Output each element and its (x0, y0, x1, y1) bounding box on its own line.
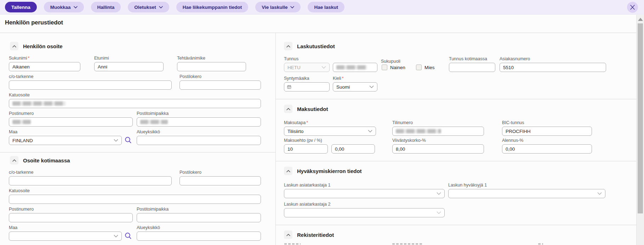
alennus-input[interactable] (502, 144, 592, 154)
sukunimi-input[interactable] (9, 62, 80, 71)
hyvaksyja-1-label: Laskun hyväksyjä 1 (448, 183, 487, 188)
section-header-registry: Rekisteritiedot (284, 230, 334, 239)
postitoimipaikka-label: Postitoimipaikka (137, 111, 169, 116)
home-katuosoite-input[interactable] (9, 195, 261, 204)
field-home-postilokero: Postilokero (179, 170, 261, 185)
toolbar: Tallenna Muokkaa Hallinta Oletukset Hae … (0, 0, 644, 15)
mies-label: Mies (424, 65, 435, 70)
field-home-postitoimipaikka: Postitoimipaikka (137, 207, 261, 222)
chevron-up-icon (286, 234, 290, 236)
maksuehto-pv-input[interactable] (284, 144, 328, 154)
field-maksuehto-pct (331, 138, 375, 154)
section-divider (276, 225, 636, 225)
home-alueyksikko-input[interactable] (137, 232, 261, 241)
home-maa-select[interactable] (9, 232, 122, 241)
sukupuoli-nainen-option: Nainen (382, 65, 405, 70)
etunimi-input[interactable] (94, 62, 164, 71)
sukupuoli-mies-option: Mies (416, 65, 435, 70)
postitoimipaikka-input[interactable] (137, 117, 261, 127)
redacted-value (12, 101, 65, 106)
nainen-label: Nainen (390, 65, 405, 70)
mies-checkbox[interactable] (416, 65, 422, 70)
asiakasnumero-input[interactable] (500, 63, 606, 72)
tehtavanimike-input[interactable] (177, 62, 246, 71)
oletukset-button[interactable]: Oletukset (128, 2, 169, 12)
tilinumero-input[interactable] (392, 127, 484, 136)
close-icon (630, 5, 635, 10)
asiakasnumero-label: Asiakasnumero (500, 56, 530, 61)
nainen-checkbox[interactable] (382, 65, 387, 70)
scrollbar-thumb[interactable] (638, 23, 643, 213)
section-title: Hyväksymiskierron tiedot (297, 168, 362, 174)
tunnus-kotimaassa-input[interactable] (449, 63, 495, 72)
hallinta-button[interactable]: Hallinta (91, 2, 121, 12)
clipped-field-label (538, 243, 543, 245)
postinumero-label: Postinumero (9, 111, 34, 116)
chevron-down-icon (114, 235, 118, 238)
alennus-label: Alennus-% (502, 138, 523, 143)
field-bic-tunnus: BIC-tunnus (502, 120, 592, 136)
field-maksuehto-pv: Maksuehto (pv / %) (284, 138, 328, 154)
postinumero-input[interactable] (9, 117, 133, 127)
collapse-button[interactable] (284, 167, 292, 175)
tallenna-button[interactable]: Tallenna (5, 2, 37, 12)
hyvaksyja-1-select[interactable] (448, 189, 605, 198)
field-etunimi: Etunimi (94, 56, 164, 71)
katuosoite-input[interactable] (9, 99, 261, 108)
oletukset-label: Oletukset (134, 5, 156, 10)
clipped-field-label (284, 243, 301, 245)
asiatarkastaja-1-select[interactable] (284, 189, 445, 198)
collapse-button[interactable] (284, 42, 292, 50)
syntymaaika-label: Syntymäaika (284, 76, 309, 81)
field-katuosoite: Katuosoite (9, 93, 261, 108)
vie-laskulle-button[interactable]: Vie laskulle (255, 2, 301, 12)
scrollbar[interactable] (636, 15, 644, 245)
maksutapa-select[interactable]: Tilisiirto (284, 127, 376, 136)
required-asterisk (341, 76, 344, 81)
viivastyskorko-input[interactable] (392, 144, 484, 154)
bic-tunnus-input[interactable] (502, 127, 592, 136)
syntymaaika-input[interactable] (284, 82, 330, 91)
scroll-up-icon[interactable] (638, 18, 643, 21)
close-button[interactable] (627, 2, 638, 13)
kieli-select[interactable]: Suomi (333, 82, 377, 91)
field-asiatarkastaja-1: Laskun asiatarkastaja 1 (284, 183, 445, 198)
alueyksikko-input[interactable] (137, 136, 261, 145)
redacted-value (396, 129, 441, 133)
tunnus-input[interactable] (333, 63, 377, 72)
hae-laskut-button[interactable]: Hae laskut (308, 2, 344, 12)
collapse-button[interactable] (10, 42, 18, 50)
home-co-tarkenne-input[interactable] (9, 176, 172, 185)
hae-liikekumppanin-tiedot-button[interactable]: Hae liikekumppanin tiedot (176, 2, 248, 12)
sukunimi-label: Sukunimi (9, 56, 27, 61)
postilokero-label: Postilokero (179, 74, 201, 79)
section-title: Rekisteritiedot (297, 232, 334, 238)
co-tarkenne-label: c/o-tarkenne (9, 170, 33, 175)
alueyksikko-label: Alueyksikkö (137, 129, 160, 134)
field-co-tarkenne: c/o-tarkenne (9, 74, 172, 90)
maksuehto-label: Maksuehto (pv / %) (284, 138, 322, 143)
section-divider (276, 99, 636, 99)
postilokero-input[interactable] (179, 80, 261, 90)
home-postitoimipaikka-input[interactable] (137, 213, 261, 222)
chevron-up-icon (286, 45, 290, 48)
katuosoite-label: Katuosoite (9, 188, 30, 193)
field-maa: Maa FINLAND (9, 129, 122, 145)
maksuehto-pct-input[interactable] (331, 144, 375, 154)
section-header-approval: Hyväksymiskierron tiedot (284, 167, 362, 175)
field-home-co-tarkenne: c/o-tarkenne (9, 170, 172, 185)
collapse-button[interactable] (10, 156, 18, 165)
home-postinumero-input[interactable] (9, 213, 133, 222)
collapse-button[interactable] (284, 105, 292, 113)
co-tarkenne-input[interactable] (9, 80, 172, 90)
home-postilokero-input[interactable] (179, 176, 261, 185)
muokkaa-button[interactable]: Muokkaa (44, 2, 84, 12)
field-tunnus-value (333, 56, 377, 72)
collapse-button[interactable] (284, 230, 292, 239)
required-asterisk (306, 120, 308, 125)
search-icon[interactable] (125, 232, 132, 240)
field-tehtavanimike: Tehtävänimike (177, 56, 246, 71)
asiatarkastaja-2-select[interactable] (284, 208, 445, 217)
search-icon[interactable] (125, 137, 132, 144)
maa-select[interactable]: FINLAND (9, 136, 122, 145)
